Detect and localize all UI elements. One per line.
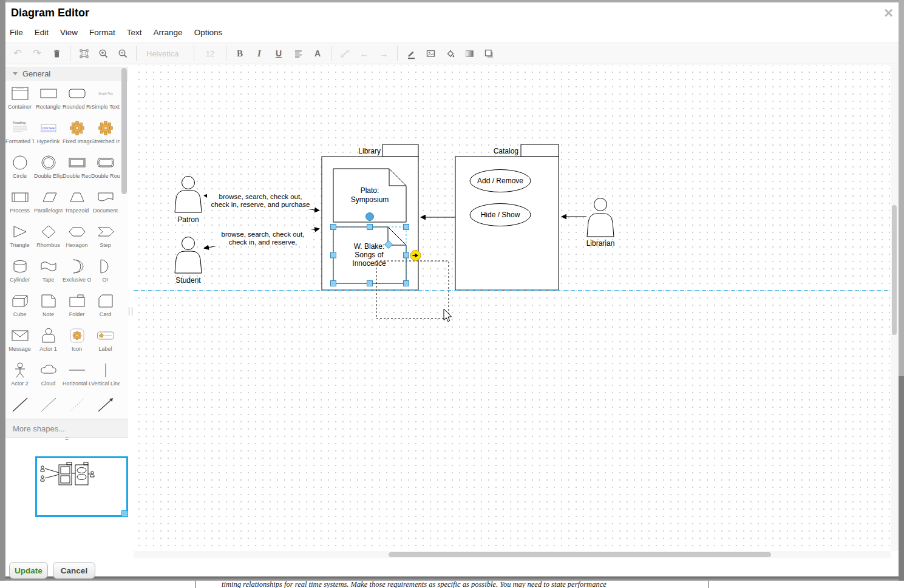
connection-point-dot[interactable]	[366, 213, 374, 221]
zoom-out-button[interactable]	[117, 47, 129, 60]
sidebar-scrollbar-thumb[interactable]	[121, 68, 127, 194]
image-button[interactable]	[424, 47, 437, 60]
usecase-hide-show[interactable]: Hide / Show	[470, 204, 531, 226]
shape-trapezoid[interactable]: Trapezoid	[63, 184, 91, 219]
close-icon[interactable]: ×	[884, 4, 893, 22]
update-button[interactable]: Update	[9, 562, 48, 579]
outline-resize-handle[interactable]	[122, 511, 128, 517]
redo-button[interactable]: ↷	[31, 47, 43, 60]
cancel-button[interactable]: Cancel	[53, 562, 95, 579]
shape-document[interactable]: Document	[91, 184, 120, 219]
canvas-vscrollbar-thumb[interactable]	[892, 205, 897, 335]
shape-rounded-rectangle[interactable]: Rounded Rectangle	[63, 81, 91, 115]
svg-text:browse, search, check out,: browse, search, check out,	[222, 231, 305, 238]
shape-double-rectangle[interactable]: Double Rectangle	[63, 150, 91, 184]
fit-page-button[interactable]: 1:1	[78, 47, 90, 60]
arrow-right-button[interactable]: →	[378, 47, 390, 60]
edge-patron-label[interactable]: browse, search, check out, check in, res…	[207, 192, 314, 209]
svg-text:Click here!: Click here!	[42, 127, 55, 130]
shape-actor-1[interactable]: Actor 1	[34, 323, 63, 357]
shape-process[interactable]: Process	[5, 184, 34, 219]
section-header-general[interactable]: General	[5, 67, 128, 81]
shape-line-dotted[interactable]	[63, 392, 91, 419]
shape-line-thin[interactable]	[34, 392, 63, 419]
usecase-add-remove[interactable]: Add / Remove	[470, 170, 531, 192]
connection-button[interactable]	[339, 47, 351, 60]
shape-container[interactable]: Container	[5, 81, 34, 115]
shape-cube[interactable]: Cube	[5, 288, 34, 323]
shape-vertical-line[interactable]: Vertical Line	[91, 357, 120, 392]
underline-button[interactable]: U	[273, 47, 285, 60]
delete-button[interactable]	[50, 47, 63, 60]
font-size-select[interactable]: 12	[202, 47, 219, 60]
shape-or[interactable]: Or	[91, 254, 120, 288]
svg-text:1:1: 1:1	[81, 52, 86, 55]
directional-arrow-button[interactable]	[410, 251, 421, 261]
shape-line[interactable]	[5, 392, 34, 419]
shape-step[interactable]: Step	[91, 219, 120, 254]
shape-rhombus[interactable]: Rhombus	[34, 219, 63, 254]
sidebar-splitter-handle[interactable]	[129, 307, 132, 316]
menu-text[interactable]: Text	[127, 28, 142, 37]
italic-button[interactable]: I	[253, 47, 265, 60]
shape-tape[interactable]: Tape	[34, 254, 63, 288]
shape-stretched-image[interactable]: Stretched Image	[91, 115, 120, 150]
shape-message[interactable]: Message	[5, 323, 34, 357]
menu-view[interactable]: View	[60, 28, 78, 37]
shape-label: Fixed Image	[63, 138, 91, 144]
shape-note[interactable]: Note	[34, 288, 63, 323]
actor-patron-label: Patron	[177, 215, 199, 224]
menu-format[interactable]: Format	[89, 28, 115, 37]
menu-file[interactable]: File	[10, 28, 23, 37]
svg-text:W. Blake:: W. Blake:	[354, 242, 385, 251]
line-dotted-icon	[63, 396, 91, 414]
zoom-in-button[interactable]	[97, 47, 109, 60]
shape-actor-2[interactable]: Actor 2	[5, 357, 34, 392]
shape-hexagon[interactable]: Hexagon	[63, 219, 91, 254]
shape-fixed-image[interactable]: Fixed Image	[63, 115, 91, 150]
undo-button[interactable]: ↶	[12, 47, 24, 60]
shape-arrow-line[interactable]	[91, 392, 120, 419]
shape-simple-text[interactable]: Simple TextSimple Text	[91, 81, 120, 115]
font-family-select[interactable]: Helvetica	[144, 47, 186, 60]
shape-triangle[interactable]: Triangle	[5, 219, 34, 254]
line-color-button[interactable]	[405, 47, 417, 60]
edge-student-label[interactable]: browse, search, check out, check in, and…	[212, 230, 313, 246]
note-plato-symposium[interactable]: Plato: Symposium	[333, 169, 406, 222]
shape-parallelogram[interactable]: Parallelogram	[34, 184, 63, 219]
shape-exclusive-or[interactable]: Exclusive Or	[63, 254, 91, 288]
menu-edit[interactable]: Edit	[35, 28, 49, 37]
shape-rectangle[interactable]: Rectangle	[34, 81, 63, 115]
actor-student[interactable]: Student	[175, 237, 202, 285]
shape-cylinder[interactable]: Cylinder	[5, 254, 34, 288]
note-w-blake[interactable]: W. Blake: Songs of Innocence	[333, 227, 406, 283]
shape-label: Cube	[5, 311, 34, 317]
shape-formatted-text[interactable]: HeadingFormatted Text	[5, 115, 34, 150]
gradient-button[interactable]	[463, 47, 475, 60]
shape-hyperlink[interactable]: Click here!Hyperlink	[34, 115, 63, 150]
shadow-button[interactable]	[483, 47, 495, 60]
shape-horizontal-line[interactable]: Horizontal Line	[63, 357, 91, 392]
font-color-button[interactable]: A	[311, 47, 324, 60]
arrow-left-button[interactable]: ←	[358, 47, 370, 60]
shape-double-rounded[interactable]: Double Rounded	[91, 150, 120, 184]
bold-button[interactable]: B	[234, 47, 246, 60]
outline-viewport[interactable]	[36, 458, 127, 516]
hyperlink-icon: Click here!	[34, 119, 63, 137]
shape-folder[interactable]: Folder	[63, 288, 91, 323]
fill-color-button[interactable]	[444, 47, 456, 60]
menu-options[interactable]: Options	[194, 28, 223, 37]
menu-arrange[interactable]: Arrange	[154, 28, 183, 37]
shape-cloud[interactable]: Cloud	[34, 357, 63, 392]
shape-circle[interactable]: Circle	[5, 150, 34, 184]
actor-patron[interactable]: Patron	[175, 177, 202, 225]
shape-card[interactable]: Card	[91, 288, 120, 323]
shape-icon[interactable]: Icon	[63, 323, 91, 357]
actor-librarian[interactable]: Librarian	[586, 198, 615, 248]
shape-double-ellipse[interactable]: Double Ellipse	[34, 150, 63, 184]
align-button[interactable]	[292, 47, 304, 60]
shape-label[interactable]: Label	[91, 323, 120, 357]
svg-text:Symposium: Symposium	[351, 195, 389, 204]
background-page-text: timing relationships for real time syste…	[222, 580, 713, 588]
canvas-hscrollbar-thumb[interactable]	[389, 552, 771, 557]
